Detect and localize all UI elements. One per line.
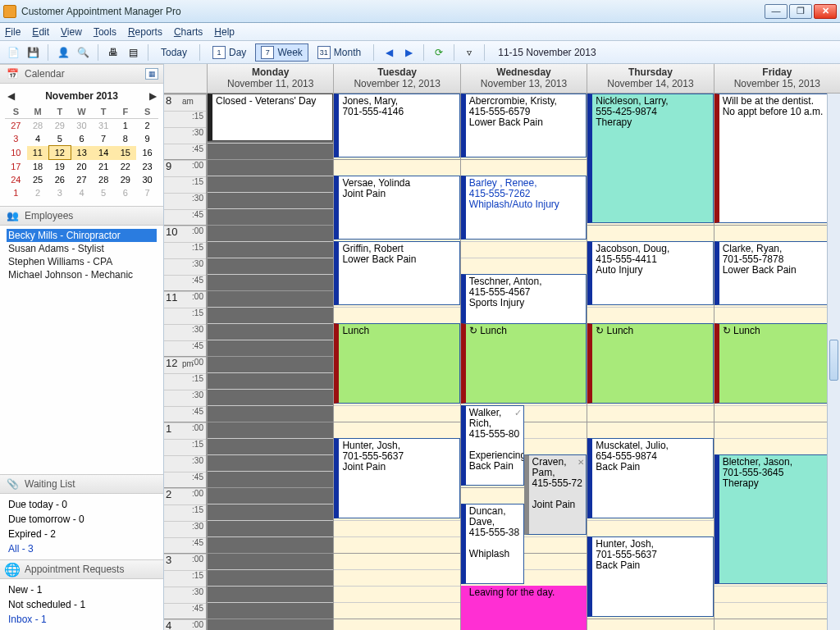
calendar-panel-header[interactable]: Calendar ▦: [0, 64, 163, 84]
save-icon[interactable]: 💾: [25, 44, 41, 61]
calendar-day[interactable]: 1: [5, 186, 27, 199]
appointment[interactable]: Nickleson, Larry,555-425-9874Therapy: [587, 94, 713, 223]
refresh-icon[interactable]: ⟳: [431, 44, 447, 61]
prev-icon[interactable]: ◀: [381, 44, 397, 61]
appointment[interactable]: Walker, Rich,415-555-80Experiencing Back…: [461, 405, 524, 486]
calendar-day[interactable]: 30: [71, 119, 93, 133]
calendar-day[interactable]: 9: [136, 132, 158, 146]
new-appointment-icon[interactable]: 📄: [5, 44, 21, 61]
waiting-all[interactable]: All - 3: [8, 541, 155, 556]
menu-help[interactable]: Help: [214, 26, 235, 38]
appointment[interactable]: ↻ Lunch: [714, 323, 840, 404]
prev-month-icon[interactable]: ◀: [5, 90, 16, 102]
appointment[interactable]: Hunter, Josh,701-555-5637Back Pain: [587, 536, 713, 617]
menu-tools[interactable]: Tools: [94, 26, 116, 38]
calendar-day[interactable]: 20: [71, 160, 93, 174]
appointment[interactable]: Clarke, Ryan,701-555-7878Lower Back Pain: [714, 241, 840, 305]
day-view-button[interactable]: 1Day: [207, 43, 252, 62]
requests-panel-header[interactable]: Appointment Requests: [0, 559, 163, 579]
appointment[interactable]: Hunter, Josh,701-555-5637Joint Pain: [334, 438, 459, 518]
employee-item[interactable]: Becky Mills - Chiropractor: [7, 229, 157, 242]
filter-icon[interactable]: ▿: [461, 44, 477, 61]
day-col-wednesday[interactable]: Abercrombie, Kristy,415-555-6579Lower Ba…: [460, 94, 587, 630]
calendar-day[interactable]: 23: [136, 160, 158, 174]
appointment[interactable]: Bletcher, Jason,701-555-3645Therapy: [714, 454, 840, 584]
appointment[interactable]: Closed - Veterans' Day: [208, 94, 333, 141]
day-col-thursday[interactable]: Nickleson, Larry,555-425-9874TherapyJaco…: [587, 94, 713, 630]
calendar-day[interactable]: 22: [115, 160, 137, 174]
appointment[interactable]: Leaving for the day.: [461, 586, 587, 630]
calendar-day[interactable]: 19: [48, 160, 71, 174]
calendar-day[interactable]: 28: [27, 119, 49, 133]
calendar-day[interactable]: 10: [5, 146, 27, 160]
grid-scroll[interactable]: 8am:15:30:459:00:15:30:4510:00:15:30:451…: [164, 94, 840, 630]
appointment[interactable]: Barley , Renee,415-555-7262Whiplash/Auto…: [461, 176, 587, 240]
calendar-day[interactable]: 15: [115, 146, 137, 160]
appointment[interactable]: Abercrombie, Kristy,415-555-6579Lower Ba…: [461, 94, 587, 158]
calendar-day[interactable]: 24: [5, 173, 27, 186]
calendar-day[interactable]: 29: [48, 119, 71, 133]
menu-file[interactable]: File: [5, 26, 21, 38]
calendar-day[interactable]: 6: [115, 186, 137, 199]
appointment[interactable]: Will be at the dentist.No appt before 10…: [714, 94, 840, 223]
requests-inbox[interactable]: Inbox - 1: [8, 612, 155, 627]
menu-charts[interactable]: Charts: [174, 26, 203, 38]
calendar-day[interactable]: 12: [48, 146, 71, 160]
maximize-button[interactable]: ❐: [789, 4, 812, 19]
calendar-day[interactable]: 1: [115, 119, 137, 133]
waiting-list-panel-header[interactable]: Waiting List: [0, 474, 163, 494]
requests-new[interactable]: New - 1: [8, 582, 155, 597]
calendar-day[interactable]: 7: [93, 132, 115, 146]
day-col-monday[interactable]: Closed - Veterans' Day: [207, 94, 333, 630]
appointment[interactable]: ↻ Lunch: [587, 323, 713, 404]
calendar-day[interactable]: 5: [93, 186, 115, 199]
calendar-day[interactable]: 3: [48, 186, 71, 199]
calendar-day[interactable]: 2: [27, 186, 49, 199]
calendar-day[interactable]: 14: [93, 146, 115, 160]
day-header-fri[interactable]: FridayNovember 15, 2013: [714, 64, 840, 93]
calendar-day[interactable]: 3: [5, 132, 27, 146]
close-icon[interactable]: ✕: [578, 457, 584, 468]
calendar-day[interactable]: 27: [71, 173, 93, 186]
calendar-day[interactable]: 31: [93, 119, 115, 133]
day-col-tuesday[interactable]: Jones, Mary,701-555-4146Versae, YolindaJ…: [333, 94, 459, 630]
day-col-friday[interactable]: Will be at the dentist.No appt before 10…: [714, 94, 840, 630]
menu-edit[interactable]: Edit: [32, 26, 49, 38]
employee-item[interactable]: Stephen Williams - CPA: [7, 255, 157, 268]
calendar-day[interactable]: 2: [136, 119, 158, 133]
appointment[interactable]: Jones, Mary,701-555-4146: [334, 94, 459, 158]
customer-icon[interactable]: 👤: [55, 44, 71, 61]
list-icon[interactable]: ▤: [125, 44, 141, 61]
appointment[interactable]: ↻ Lunch: [461, 323, 587, 404]
calendar-day[interactable]: 8: [115, 132, 137, 146]
calendar-day[interactable]: 18: [27, 160, 49, 174]
day-header-wed[interactable]: WednesdayNovember 13, 2013: [460, 64, 587, 93]
vertical-scrollbar[interactable]: [827, 94, 840, 630]
waiting-due-today[interactable]: Due today - 0: [8, 497, 155, 512]
next-icon[interactable]: ▶: [400, 44, 417, 61]
calendar-day[interactable]: 27: [5, 119, 27, 133]
today-button[interactable]: Today: [155, 43, 193, 62]
close-button[interactable]: ✕: [814, 4, 837, 19]
mini-calendar-grid[interactable]: SMTWTFS 27282930311234567891011121314151…: [5, 105, 158, 199]
appointment[interactable]: Griffin, RobertLower Back Pain: [334, 241, 459, 305]
menu-reports[interactable]: Reports: [128, 26, 162, 38]
calendar-day[interactable]: 30: [136, 173, 158, 186]
calendar-day[interactable]: 16: [136, 146, 158, 160]
calendar-day[interactable]: 13: [71, 146, 93, 160]
calendar-day[interactable]: 25: [27, 173, 49, 186]
day-header-tue[interactable]: TuesdayNovember 12, 2013: [333, 64, 459, 93]
employee-item[interactable]: Susan Adams - Stylist: [7, 242, 157, 255]
calendar-day[interactable]: 21: [93, 160, 115, 174]
panel-toggle-icon[interactable]: ▦: [145, 68, 158, 80]
calendar-day[interactable]: 4: [27, 132, 49, 146]
day-header-thu[interactable]: ThursdayNovember 14, 2013: [587, 64, 713, 93]
appointment[interactable]: Jacobson, Doug,415-555-4411Auto Injury: [587, 241, 713, 305]
month-view-button[interactable]: 31Month: [312, 43, 367, 62]
menu-view[interactable]: View: [61, 26, 82, 38]
calendar-day[interactable]: 17: [5, 160, 27, 174]
calendar-day[interactable]: 5: [48, 132, 71, 146]
calendar-day[interactable]: 26: [48, 173, 71, 186]
calendar-day[interactable]: 7: [136, 186, 158, 199]
employee-item[interactable]: Michael Johnson - Mechanic: [7, 268, 157, 281]
